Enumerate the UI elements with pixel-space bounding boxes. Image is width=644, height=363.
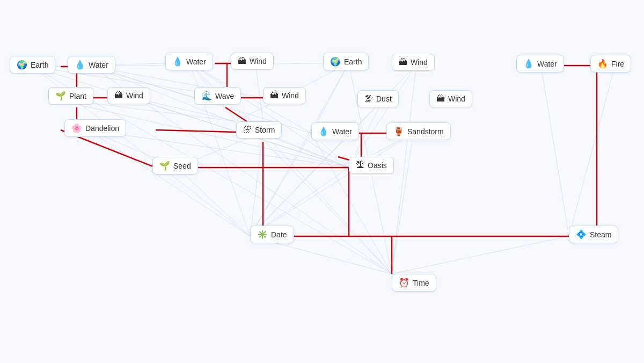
node-icon-water3: 💧 — [318, 126, 329, 136]
node-wind3[interactable]: 🏔Wind — [263, 87, 306, 104]
node-label-steam: Steam — [590, 230, 611, 239]
node-icon-oasis: 🏝 — [356, 161, 364, 170]
node-wave[interactable]: 🌊Wave — [194, 87, 241, 105]
node-label-water4: Water — [537, 60, 557, 68]
svg-line-36 — [177, 168, 250, 236]
node-wind1[interactable]: 🏔Wind — [107, 87, 150, 104]
svg-line-12 — [255, 63, 263, 121]
svg-line-35 — [569, 66, 615, 236]
svg-line-32 — [250, 133, 413, 236]
node-time[interactable]: ⏰Time — [392, 274, 436, 292]
svg-line-40 — [392, 236, 569, 274]
node-wind4[interactable]: 🏔Wind — [392, 54, 435, 71]
node-label-water3: Water — [332, 127, 352, 136]
node-icon-sandstorm: 🏺 — [393, 126, 404, 136]
node-label-wave: Wave — [215, 92, 234, 100]
node-plant[interactable]: 🌱Plant — [48, 87, 93, 105]
node-label-storm: Storm — [255, 126, 275, 134]
node-icon-wind3: 🏔 — [270, 91, 279, 100]
node-water1[interactable]: 💧Water — [68, 56, 115, 74]
node-icon-fire: 🔥 — [597, 59, 608, 69]
node-sandstorm[interactable]: 🏺Sandstorm — [386, 122, 451, 140]
node-icon-dandelion: 🌸 — [71, 123, 82, 133]
svg-line-34 — [541, 66, 569, 236]
node-icon-earth2: 🌍 — [330, 56, 341, 67]
node-icon-wind2: 🏔 — [238, 56, 246, 66]
node-icon-wind4: 🏔 — [399, 57, 407, 67]
node-icon-water1: 💧 — [75, 60, 85, 70]
node-label-wind3: Wind — [282, 91, 299, 100]
node-label-earth2: Earth — [344, 57, 362, 66]
node-seed[interactable]: 🌱Seed — [152, 157, 198, 175]
node-icon-wind1: 🏔 — [114, 91, 123, 100]
node-oasis[interactable]: 🏝Oasis — [349, 157, 394, 174]
node-label-earth1: Earth — [31, 61, 48, 69]
svg-line-46 — [89, 130, 250, 236]
node-icon-steam: 💠 — [576, 229, 587, 239]
node-label-seed: Seed — [173, 162, 191, 170]
node-icon-dust: 🌫 — [364, 94, 373, 104]
node-label-date: Date — [271, 230, 287, 239]
node-icon-water2: 💧 — [172, 56, 183, 67]
node-icon-wave: 🌊 — [201, 91, 212, 101]
node-label-wind1: Wind — [126, 91, 143, 100]
node-dust[interactable]: 🌫Dust — [357, 90, 399, 107]
node-fire[interactable]: 🔥Fire — [590, 55, 631, 72]
node-icon-date: ✳️ — [257, 229, 268, 239]
node-icon-time: ⏰ — [399, 278, 409, 288]
node-earth1[interactable]: 🌍Earth — [10, 56, 55, 74]
node-label-wind2: Wind — [250, 57, 267, 66]
node-icon-seed: 🌱 — [159, 161, 170, 171]
node-icon-earth1: 🌍 — [17, 60, 27, 70]
svg-line-20 — [250, 132, 263, 236]
node-icon-water4: 💧 — [523, 59, 534, 69]
node-label-fire: Fire — [611, 60, 624, 68]
node-icon-storm: ⛈ — [243, 125, 252, 135]
node-label-dandelion: Dandelion — [85, 124, 119, 133]
node-label-wind4: Wind — [411, 58, 428, 67]
node-label-oasis: Oasis — [368, 161, 387, 170]
node-label-plant: Plant — [69, 92, 86, 100]
node-wind5[interactable]: 🏔Wind — [429, 90, 472, 107]
node-label-wind5: Wind — [448, 95, 465, 103]
svg-line-33 — [392, 133, 413, 274]
node-steam[interactable]: 💠Steam — [569, 226, 618, 243]
svg-line-49 — [250, 133, 311, 236]
node-label-time: Time — [413, 279, 429, 287]
node-label-water2: Water — [186, 57, 206, 66]
node-label-sandstorm: Sandstorm — [407, 127, 444, 136]
node-dandelion[interactable]: 🌸Dandelion — [64, 119, 126, 137]
node-label-water1: Water — [89, 61, 108, 69]
node-water3[interactable]: 💧Water — [311, 122, 359, 140]
node-water4[interactable]: 💧Water — [516, 55, 564, 72]
svg-line-15 — [190, 63, 349, 168]
node-storm[interactable]: ⛈Storm — [236, 121, 282, 139]
node-wind2[interactable]: 🏔Wind — [231, 53, 274, 70]
node-water2[interactable]: 💧Water — [165, 53, 213, 70]
node-earth2[interactable]: 🌍Earth — [323, 53, 369, 70]
node-icon-plant: 🌱 — [55, 91, 66, 101]
node-icon-wind5: 🏔 — [436, 94, 445, 104]
node-label-dust: Dust — [376, 95, 392, 103]
node-date[interactable]: ✳️Date — [250, 226, 294, 243]
